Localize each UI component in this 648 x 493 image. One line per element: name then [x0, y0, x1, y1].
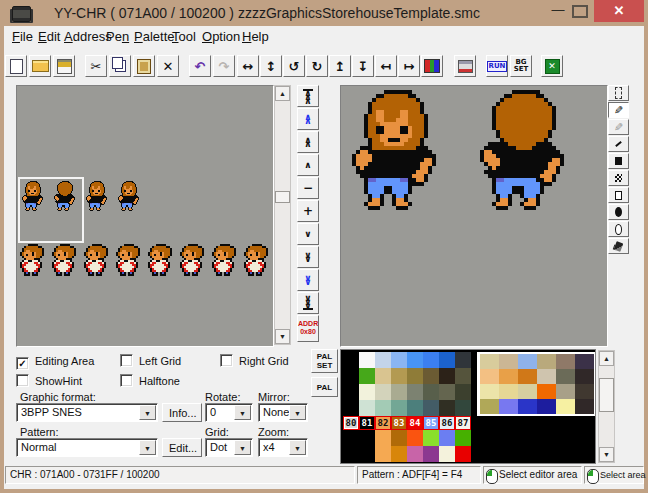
palette-color-cell[interactable]: [391, 430, 407, 446]
palette-color-cell[interactable]: [375, 384, 391, 400]
palette-color-cell[interactable]: [423, 352, 439, 368]
palette-number-cell-82[interactable]: 82: [375, 416, 391, 430]
palette-color-cell[interactable]: [343, 352, 359, 368]
chevron-down-icon[interactable]: ▼: [289, 405, 306, 420]
exit-button[interactable]: ✕: [541, 55, 563, 77]
palette-color-cell[interactable]: [439, 352, 455, 368]
palette-color-cell[interactable]: [556, 369, 575, 384]
palette-color-cell[interactable]: [439, 430, 455, 446]
palette-color-cell[interactable]: [375, 446, 391, 462]
palette-color-cell[interactable]: [391, 352, 407, 368]
palette-color-cell[interactable]: [407, 384, 423, 400]
palette-number-cell-83[interactable]: 83: [391, 416, 407, 430]
copy-button[interactable]: [109, 55, 131, 77]
palette-color-cell[interactable]: [455, 446, 471, 462]
checkbox-halftone[interactable]: Halftone: [120, 371, 180, 389]
redo-button[interactable]: ↷: [213, 55, 235, 77]
palette-color-cell[interactable]: [423, 368, 439, 384]
menu-file[interactable]: File: [12, 28, 33, 46]
palette-color-cell[interactable]: [575, 369, 594, 384]
palette-color-cell[interactable]: [518, 369, 537, 384]
checkbox-left-grid[interactable]: Left Grid: [120, 351, 181, 369]
chevron-down-icon[interactable]: ▼: [139, 405, 156, 420]
palette-color-cell[interactable]: [455, 352, 471, 368]
shift-left-button[interactable]: ↤: [375, 55, 397, 77]
palette-color-cell[interactable]: [423, 430, 439, 446]
scrollbar-up-arrow[interactable]: ▲: [275, 86, 290, 101]
checkbox-left-grid-box[interactable]: [120, 354, 133, 367]
editor-canvas[interactable]: [342, 87, 604, 343]
tileset-canvas[interactable]: [18, 87, 270, 343]
menu-edit[interactable]: Edit: [38, 28, 60, 46]
select-tool-button[interactable]: [608, 85, 629, 101]
palette-widget[interactable]: 8081828384858687: [340, 349, 596, 464]
palette-color-cell[interactable]: [439, 446, 455, 462]
palette-color-cell[interactable]: [480, 369, 499, 384]
palette-color-cell[interactable]: [391, 384, 407, 400]
info-button[interactable]: Info...: [162, 403, 202, 422]
pal-button[interactable]: PAL: [311, 377, 338, 397]
palette-color-cell[interactable]: [375, 400, 391, 416]
palette-color-cell[interactable]: [537, 384, 556, 399]
palette-number-cell-87[interactable]: 87: [455, 416, 471, 430]
run-emulator-button[interactable]: RUN: [486, 55, 508, 77]
filled-rect-tool-button[interactable]: [608, 153, 629, 169]
palette-color-cell[interactable]: [407, 446, 423, 462]
line-tool-button[interactable]: [608, 136, 629, 152]
open-file-button[interactable]: [29, 55, 51, 77]
palette-color-cell[interactable]: [455, 400, 471, 416]
shrink-button[interactable]: −: [297, 177, 319, 199]
palette-color-cell[interactable]: [343, 368, 359, 384]
menu-option[interactable]: Option: [202, 28, 240, 46]
palette-color-cell[interactable]: [359, 368, 375, 384]
scrollbar-up-arrow[interactable]: ▲: [599, 351, 614, 366]
undo-button[interactable]: ↶: [189, 55, 211, 77]
palette-color-cell[interactable]: [518, 354, 537, 369]
palette-number-cell-84[interactable]: 84: [407, 416, 423, 430]
palette-color-cell[interactable]: [423, 384, 439, 400]
palette-left-grid[interactable]: 8081828384858687: [343, 352, 471, 462]
dither-pen-tool-button[interactable]: ✎: [608, 119, 629, 135]
maximize-button[interactable]: [572, 5, 588, 18]
palette-color-cell[interactable]: [499, 354, 518, 369]
palette-color-cell[interactable]: [343, 400, 359, 416]
bg-set-button[interactable]: BG SET: [510, 55, 532, 77]
palette-color-cell[interactable]: [455, 368, 471, 384]
palette-color-cell[interactable]: [423, 400, 439, 416]
menu-palette[interactable]: Palette: [134, 28, 174, 46]
scrollbar-down-arrow[interactable]: ▼: [599, 447, 614, 462]
grid-select[interactable]: Dot ▼: [205, 438, 253, 457]
shift-down-button[interactable]: ↧: [352, 55, 374, 77]
palette-color-cell[interactable]: [556, 384, 575, 399]
palette-color-cell[interactable]: [407, 368, 423, 384]
chevron-down-icon[interactable]: ▼: [139, 440, 156, 455]
flip-horizontal-button[interactable]: ↔: [237, 55, 259, 77]
rect-outline-tool-button[interactable]: [608, 187, 629, 203]
palette-color-cell[interactable]: [407, 430, 423, 446]
palette-color-cell[interactable]: [391, 368, 407, 384]
delete-button[interactable]: ✕: [157, 55, 179, 77]
cut-button[interactable]: ✂: [85, 55, 107, 77]
scroll-down-fast-button[interactable]: ∨∨: [297, 269, 319, 291]
palette-color-cell[interactable]: [480, 384, 499, 399]
palette-color-cell[interactable]: [537, 399, 556, 414]
palette-color-cell[interactable]: [359, 384, 375, 400]
edit-button[interactable]: Edit...: [162, 438, 202, 457]
filled-circle-tool-button[interactable]: [608, 204, 629, 220]
fill-bucket-tool-button[interactable]: [608, 238, 629, 254]
palette-color-cell[interactable]: [575, 399, 594, 414]
circle-outline-tool-button[interactable]: [608, 221, 629, 237]
palette-color-cell[interactable]: [480, 354, 499, 369]
chevron-down-icon[interactable]: ▼: [234, 440, 251, 455]
rotate-select[interactable]: 0 ▼: [205, 403, 253, 422]
palette-scrollbar[interactable]: ▲ ▼: [598, 350, 615, 463]
scroll-bottom-button[interactable]: ∨∨∨: [297, 292, 319, 314]
checkbox-right-grid[interactable]: Right Grid: [220, 351, 289, 369]
palette-color-cell[interactable]: [439, 400, 455, 416]
checkbox-editing-area-box[interactable]: ✓: [16, 357, 29, 370]
graphic-format-select[interactable]: 3BPP SNES ▼: [16, 403, 158, 422]
palette-color-cell[interactable]: [343, 446, 359, 462]
palette-color-cell[interactable]: [391, 400, 407, 416]
palette-color-cell[interactable]: [407, 400, 423, 416]
palette-editor-button[interactable]: [421, 55, 443, 77]
